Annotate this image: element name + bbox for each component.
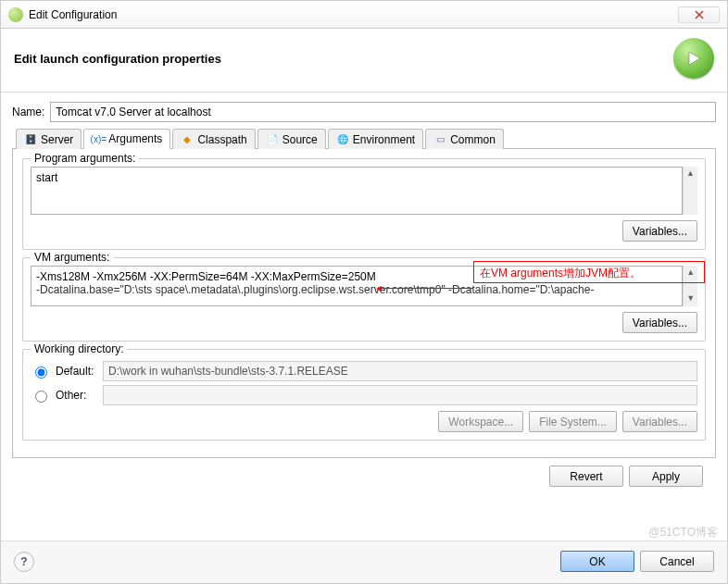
name-label: Name: [12, 106, 44, 118]
revert-button[interactable]: Revert [549, 466, 623, 487]
vm-args-group: VM arguments: -Xms128M -Xmx256M -XX:Perm… [22, 257, 706, 342]
help-button[interactable]: ? [14, 552, 34, 572]
common-icon: ▭ [433, 133, 446, 146]
workdir-label: Working directory: [31, 342, 127, 355]
tab-label: Server [41, 133, 73, 146]
tab-label: Classpath [197, 133, 246, 146]
vm-args-label: VM arguments: [31, 251, 113, 264]
scrollbar[interactable]: ▲ [683, 167, 697, 215]
program-args-label: Program arguments: [31, 152, 139, 165]
vm-args-input[interactable]: -Xms128M -Xmx256M -XX:PermSize=64M -XX:M… [31, 266, 683, 306]
classpath-icon: ◆ [181, 133, 194, 146]
eclipse-icon [8, 7, 23, 22]
tab-server[interactable]: 🗄️ Server [16, 129, 82, 149]
tab-common[interactable]: ▭ Common [425, 129, 504, 149]
radio-label: Other: [56, 389, 86, 402]
apply-button[interactable]: Apply [629, 466, 703, 487]
cancel-button[interactable]: Cancel [640, 551, 714, 572]
close-button[interactable] [678, 6, 720, 23]
body: Name: 🗄️ Server (x)= Arguments ◆ Classpa… [1, 92, 727, 496]
name-input[interactable] [50, 102, 716, 122]
arguments-icon: (x)= [92, 132, 105, 145]
close-icon [694, 9, 705, 20]
workdir-default-value [103, 361, 697, 381]
tab-label: Arguments [108, 132, 162, 145]
tab-label: Source [282, 133, 318, 146]
workdir-group: Working directory: Default: Other: Works… [22, 349, 706, 441]
vm-args-line2: -Dcatalina.base="D:\sts space\.metadata\… [36, 283, 677, 296]
titlebar: Edit Configuration [1, 1, 727, 29]
radio-other[interactable] [35, 391, 47, 403]
workdir-other-value [103, 385, 697, 405]
run-icon [673, 38, 714, 79]
workdir-variables-button[interactable]: Variables... [622, 411, 697, 432]
page-title: Edit launch configuration properties [14, 52, 673, 66]
workdir-default-radio[interactable]: Default: [31, 364, 95, 379]
arguments-panel: Program arguments: ▲ Variables... VM arg… [12, 149, 716, 458]
window-title: Edit Configuration [29, 8, 678, 21]
tab-classpath[interactable]: ◆ Classpath [172, 129, 255, 149]
workspace-button[interactable]: Workspace... [438, 411, 523, 432]
watermark: @51CTO博客 [648, 525, 718, 541]
filesystem-button[interactable]: File System... [529, 411, 617, 432]
radio-label: Default: [56, 365, 94, 378]
environment-icon: 🌐 [336, 133, 349, 146]
tab-label: Common [450, 133, 496, 146]
server-icon: 🗄️ [24, 133, 37, 146]
workdir-other-radio[interactable]: Other: [31, 388, 95, 403]
tab-source[interactable]: 📄 Source [257, 129, 326, 149]
program-args-group: Program arguments: ▲ Variables... [22, 158, 706, 250]
tab-bar: 🗄️ Server (x)= Arguments ◆ Classpath 📄 S… [12, 128, 716, 149]
vm-args-line1: -Xms128M -Xmx256M -XX:PermSize=64M -XX:M… [36, 270, 677, 283]
radio-default[interactable] [35, 367, 47, 379]
dialog-footer: ? OK Cancel [1, 541, 727, 583]
scrollbar[interactable]: ▲▼ [683, 266, 697, 306]
program-args-input[interactable] [31, 167, 683, 215]
tab-label: Environment [353, 133, 415, 146]
tab-environment[interactable]: 🌐 Environment [328, 129, 423, 149]
ok-button[interactable]: OK [560, 551, 634, 572]
tab-arguments[interactable]: (x)= Arguments [83, 129, 170, 149]
source-icon: 📄 [266, 133, 279, 146]
header: Edit launch configuration properties [1, 29, 727, 92]
program-variables-button[interactable]: Variables... [622, 220, 697, 242]
vm-variables-button[interactable]: Variables... [622, 312, 697, 333]
